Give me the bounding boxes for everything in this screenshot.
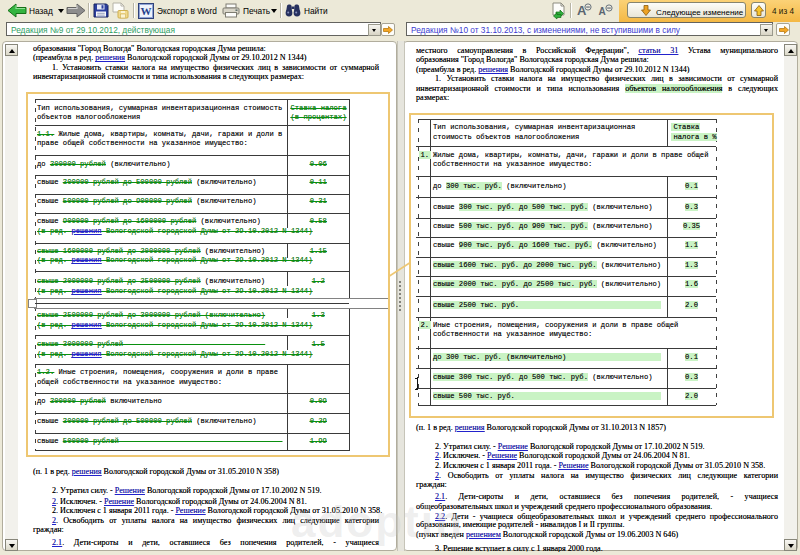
svg-text:W: W bbox=[141, 5, 152, 17]
